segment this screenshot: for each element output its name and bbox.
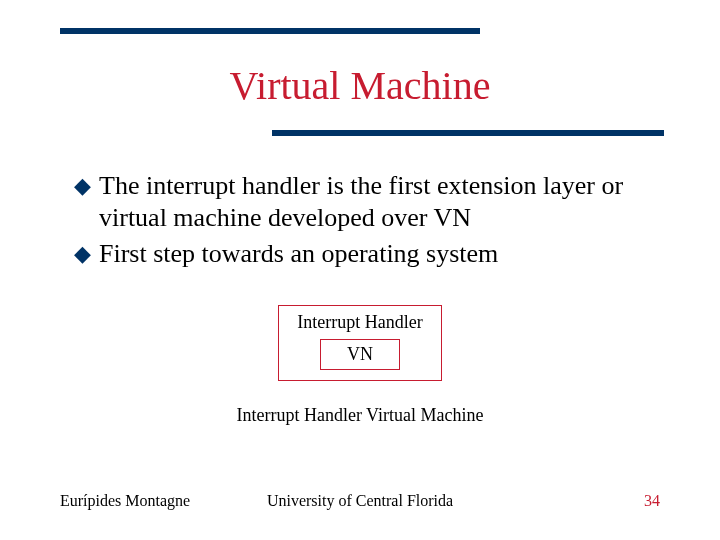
- slide-title: Virtual Machine: [0, 62, 720, 109]
- bullet-text: First step towards an operating system: [99, 238, 498, 270]
- footer: Eurípides Montagne University of Central…: [60, 492, 660, 510]
- footer-author: Eurípides Montagne: [60, 492, 190, 510]
- bullet-text: The interrupt handler is the first exten…: [99, 170, 664, 234]
- bullet-list: ◆ The interrupt handler is the first ext…: [74, 170, 664, 274]
- list-item: ◆ The interrupt handler is the first ext…: [74, 170, 664, 234]
- list-item: ◆ First step towards an operating system: [74, 238, 664, 270]
- bullet-icon: ◆: [74, 238, 91, 270]
- bullet-icon: ◆: [74, 170, 91, 202]
- top-accent-bar: [60, 28, 480, 34]
- diagram-area: Interrupt Handler VN Interrupt Handler V…: [0, 305, 720, 426]
- diagram-caption: Interrupt Handler Virtual Machine: [237, 405, 484, 426]
- title-underline-bar: [272, 130, 664, 136]
- diagram-outer-box: Interrupt Handler VN: [278, 305, 441, 381]
- diagram-inner-box: VN: [320, 339, 400, 370]
- footer-institution: University of Central Florida: [267, 492, 453, 510]
- footer-page-number: 34: [644, 492, 660, 510]
- diagram-outer-label: Interrupt Handler: [297, 312, 422, 333]
